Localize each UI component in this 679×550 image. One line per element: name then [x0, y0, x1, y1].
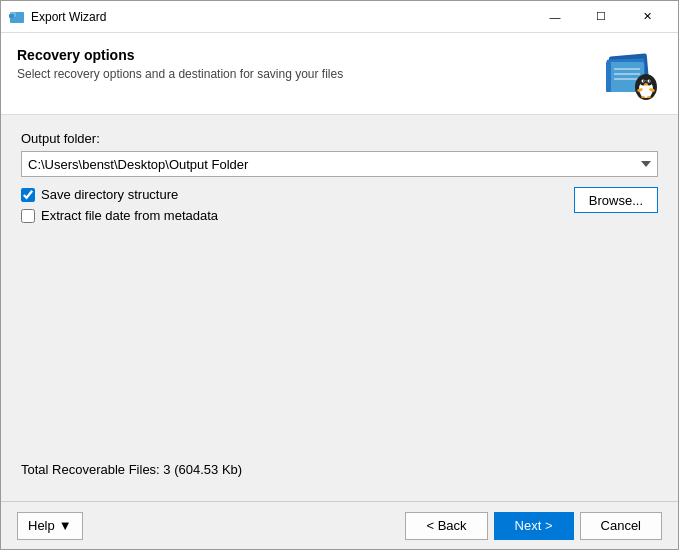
extract-file-date-checkbox[interactable] [21, 209, 35, 223]
svg-rect-6 [606, 62, 611, 92]
back-button[interactable]: < Back [405, 512, 487, 540]
bottom-bar: Help ▼ < Back Next > Cancel [1, 501, 678, 549]
main-window: Export Wizard — ☐ ✕ Recovery options Sel… [0, 0, 679, 550]
browse-button[interactable]: Browse... [574, 187, 658, 213]
content-area: Output folder: C:\Users\benst\Desktop\Ou… [1, 115, 678, 501]
svg-point-17 [649, 80, 650, 81]
maximize-button[interactable]: ☐ [578, 1, 624, 33]
save-directory-label: Save directory structure [41, 187, 178, 202]
folder-row: C:\Users\benst\Desktop\Output Folder [21, 151, 658, 177]
header-section: Recovery options Select recovery options… [1, 33, 678, 115]
svg-point-21 [641, 96, 645, 98]
checkboxes: Save directory structure Extract file da… [21, 187, 218, 223]
save-directory-checkbox[interactable] [21, 188, 35, 202]
minimize-button[interactable]: — [532, 1, 578, 33]
header-subtitle: Select recovery options and a destinatio… [17, 67, 592, 81]
header-title: Recovery options [17, 47, 592, 63]
options-row: Save directory structure Extract file da… [21, 187, 658, 223]
extract-file-date-checkbox-label[interactable]: Extract file date from metadata [21, 208, 218, 223]
output-folder-label: Output folder: [21, 131, 658, 146]
help-arrow-icon: ▼ [59, 518, 72, 533]
nav-buttons: < Back Next > Cancel [405, 512, 662, 540]
svg-point-22 [647, 96, 651, 98]
cancel-button[interactable]: Cancel [580, 512, 662, 540]
total-files-info: Total Recoverable Files: 3 (604.53 Kb) [21, 462, 658, 477]
next-button[interactable]: Next > [494, 512, 574, 540]
title-bar: Export Wizard — ☐ ✕ [1, 1, 678, 33]
window-icon [9, 9, 25, 25]
help-label: Help [28, 518, 55, 533]
svg-point-16 [643, 80, 644, 81]
header-text: Recovery options Select recovery options… [17, 47, 592, 81]
wizard-icon [602, 47, 662, 102]
help-button[interactable]: Help ▼ [17, 512, 83, 540]
close-button[interactable]: ✕ [624, 1, 670, 33]
svg-rect-2 [9, 14, 14, 18]
extract-file-date-label: Extract file date from metadata [41, 208, 218, 223]
window-title: Export Wizard [31, 10, 532, 24]
title-bar-controls: — ☐ ✕ [532, 1, 670, 33]
output-folder-select[interactable]: C:\Users\benst\Desktop\Output Folder [21, 151, 658, 177]
save-directory-checkbox-label[interactable]: Save directory structure [21, 187, 218, 202]
svg-point-18 [644, 83, 648, 85]
spacer [21, 229, 658, 462]
